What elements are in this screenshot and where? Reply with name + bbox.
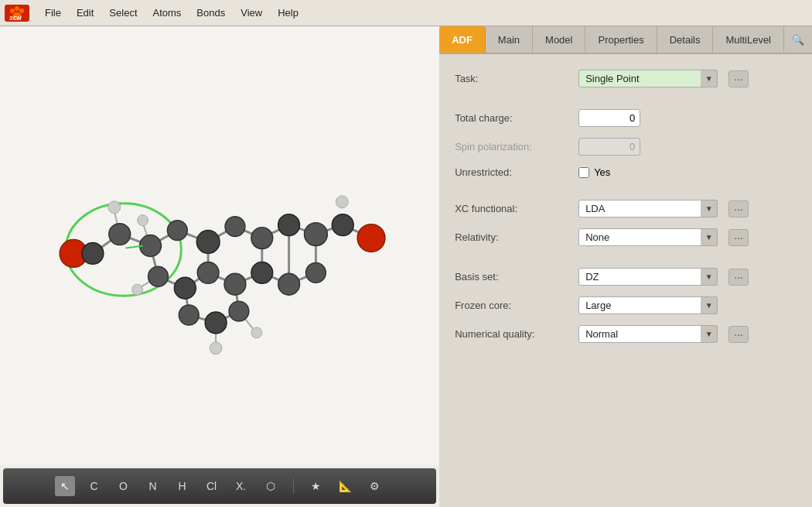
tab-adf[interactable]: ADF xyxy=(439,26,486,53)
svg-point-63 xyxy=(251,327,262,338)
carbon-tool-btn[interactable]: C xyxy=(84,476,104,496)
relativity-select[interactable]: None Scalar Spin-Orbit xyxy=(578,228,718,246)
menu-help[interactable]: Help xyxy=(270,4,306,22)
frozen-core-select[interactable]: None Small Large xyxy=(578,296,718,314)
total-charge-row: Total charge: xyxy=(455,109,797,127)
relativity-row: Relativity: None Scalar Spin-Orbit ▼ ··· xyxy=(455,228,797,246)
nitrogen-tool-btn[interactable]: N xyxy=(143,476,163,496)
custom-tool-btn[interactable]: X. xyxy=(231,476,251,496)
relativity-dropdown-wrapper: None Scalar Spin-Orbit ▼ xyxy=(578,228,718,246)
svg-point-55 xyxy=(224,273,246,295)
numerical-quality-label: Numerical quality: xyxy=(455,328,578,340)
bottom-toolbar: ↖ C O N H Cl X. ⬡ ★ 📐 ⚙ xyxy=(3,468,436,504)
svg-point-59 xyxy=(108,201,121,214)
svg-point-57 xyxy=(278,273,300,295)
svg-point-45 xyxy=(251,228,273,249)
basis-set-select[interactable]: SZ DZ DZP TZP xyxy=(578,268,718,286)
svg-point-40 xyxy=(109,224,131,245)
svg-point-58 xyxy=(305,262,326,283)
ring-tool-btn[interactable]: ⬡ xyxy=(261,476,281,496)
tab-details[interactable]: Details xyxy=(657,26,714,53)
numerical-quality-row: Numerical quality: Basic Normal Good Ver… xyxy=(455,325,797,343)
spin-polarization-row: Spin polarization: xyxy=(455,138,797,156)
oxygen-tool-btn[interactable]: O xyxy=(114,476,134,496)
search-btn[interactable]: 🔍 xyxy=(784,26,812,53)
numerical-quality-control: Basic Normal Good VeryGood Excellent ▼ ·… xyxy=(578,325,749,343)
total-charge-control xyxy=(578,109,640,127)
settings-gear-btn[interactable]: ⚙ xyxy=(365,476,385,496)
basis-set-row: Basis set: SZ DZ DZP TZP ▼ ··· xyxy=(455,268,797,286)
svg-point-49 xyxy=(148,266,169,286)
spin-polarization-label: Spin polarization: xyxy=(455,141,578,152)
tab-multilevel[interactable]: MultiLevel xyxy=(713,26,784,53)
xc-functional-select[interactable]: LDA GGA Hybrid xyxy=(578,200,718,218)
svg-point-0 xyxy=(10,9,15,13)
svg-point-61 xyxy=(132,284,143,295)
xc-functional-label: XC functional: xyxy=(455,203,578,214)
numerical-quality-select[interactable]: Basic Normal Good VeryGood Excellent xyxy=(578,325,718,343)
menu-bar: SCM File Edit Select Atoms Bonds View He… xyxy=(0,0,812,26)
svg-point-38 xyxy=(357,224,385,252)
xc-functional-more-btn[interactable]: ··· xyxy=(728,200,749,218)
svg-point-53 xyxy=(205,312,227,334)
svg-point-1 xyxy=(15,6,19,11)
svg-point-54 xyxy=(229,301,249,321)
spin-polarization-control xyxy=(578,138,640,156)
hydrogen-tool-btn[interactable]: H xyxy=(172,476,193,496)
svg-point-64 xyxy=(336,196,348,208)
numerical-quality-dropdown-wrapper: Basic Normal Good VeryGood Excellent ▼ xyxy=(578,325,718,343)
relativity-more-btn[interactable]: ··· xyxy=(728,229,749,246)
svg-point-2 xyxy=(19,9,24,13)
numerical-quality-more-btn[interactable]: ··· xyxy=(728,326,749,343)
unrestricted-control: Yes xyxy=(578,166,610,178)
svg-point-51 xyxy=(197,262,219,283)
unrestricted-label: Unrestricted: xyxy=(455,166,578,178)
favorites-btn[interactable]: ★ xyxy=(306,476,326,496)
svg-point-62 xyxy=(210,342,222,355)
task-row: Task: Single Point Geometry Optimization… xyxy=(455,70,797,87)
chlorine-tool-btn[interactable]: Cl xyxy=(202,476,222,496)
tab-main[interactable]: Main xyxy=(486,26,533,53)
basis-set-label: Basis set: xyxy=(455,271,578,283)
main-container: ↖ C O N H Cl X. ⬡ ★ 📐 ⚙ ADF Main Model P… xyxy=(0,26,812,507)
svg-point-47 xyxy=(304,223,327,246)
svg-point-56 xyxy=(251,262,273,283)
menu-select[interactable]: Select xyxy=(101,4,145,22)
svg-point-44 xyxy=(225,217,245,237)
total-charge-input[interactable] xyxy=(578,109,640,127)
menu-file[interactable]: File xyxy=(37,4,69,22)
svg-point-43 xyxy=(196,231,220,254)
svg-point-52 xyxy=(179,305,199,325)
unrestricted-yes-label: Yes xyxy=(594,166,610,178)
basis-set-more-btn[interactable]: ··· xyxy=(728,269,749,286)
spin-polarization-input xyxy=(578,138,640,156)
svg-point-39 xyxy=(82,243,104,265)
task-select[interactable]: Single Point Geometry Optimization Frequ… xyxy=(578,70,718,87)
frozen-core-control: None Small Large ▼ xyxy=(578,296,718,314)
svg-point-48 xyxy=(332,214,353,236)
measure-btn[interactable]: 📐 xyxy=(336,476,356,496)
menu-edit[interactable]: Edit xyxy=(69,4,101,22)
select-tool-btn[interactable]: ↖ xyxy=(55,476,75,496)
tab-properties[interactable]: Properties xyxy=(585,26,657,53)
unrestricted-checkbox[interactable] xyxy=(578,167,589,178)
frozen-core-label: Frozen core: xyxy=(455,300,578,311)
task-more-btn[interactable]: ··· xyxy=(728,70,749,87)
svg-point-60 xyxy=(138,215,148,226)
settings-panel: Task: Single Point Geometry Optimization… xyxy=(439,54,812,507)
relativity-label: Relativity: xyxy=(455,231,578,243)
right-panel: ADF Main Model Properties Details MultiL… xyxy=(439,26,812,507)
tab-model[interactable]: Model xyxy=(533,26,585,53)
menu-atoms[interactable]: Atoms xyxy=(145,4,189,22)
task-control: Single Point Geometry Optimization Frequ… xyxy=(578,70,749,87)
svg-point-50 xyxy=(174,277,196,299)
xc-functional-dropdown-wrapper: LDA GGA Hybrid ▼ xyxy=(578,200,718,218)
task-label: Task: xyxy=(455,73,578,84)
menu-view[interactable]: View xyxy=(233,4,270,22)
toolbar-separator xyxy=(293,478,294,494)
unrestricted-row: Unrestricted: Yes xyxy=(455,166,797,178)
menu-bonds[interactable]: Bonds xyxy=(189,4,233,22)
basis-set-dropdown-wrapper: SZ DZ DZP TZP ▼ xyxy=(578,268,718,286)
molecule-viewer[interactable] xyxy=(0,26,439,465)
scm-logo: SCM xyxy=(5,5,29,22)
